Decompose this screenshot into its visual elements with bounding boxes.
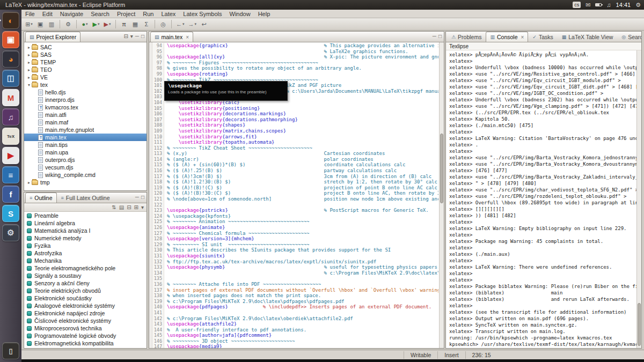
print-button[interactable]: ▥ [46, 19, 57, 29]
menu-latex-symbols[interactable]: Latex Symbols [179, 11, 225, 17]
outline-tab-full-latex-outline[interactable]: ≡Full Latex Outline [57, 193, 114, 203]
collapsed-arrow-icon[interactable]: ▸ [26, 53, 32, 57]
launcher-gmail[interactable]: M [2, 89, 19, 106]
tree-item-main-upa[interactable]: main.upa [24, 149, 147, 156]
tree-item-main-tex[interactable]: main.tex [24, 134, 147, 141]
tree-item-sac[interactable]: ▸SAC [24, 43, 147, 51]
tree-item-temp[interactable]: ▸TEMP [24, 58, 147, 66]
close-icon[interactable]: × [521, 34, 524, 40]
maximize-button[interactable]: □ [438, 34, 442, 39]
menu-project[interactable]: Project [113, 11, 139, 17]
tree-item-teo[interactable]: ▸TEO [24, 66, 147, 73]
tree-item-outerpro-djs[interactable]: outerpro.djs [24, 156, 147, 164]
menu-help[interactable]: Help [254, 11, 274, 17]
outline-item-line-rn-algebra[interactable]: Lineární algebra [24, 219, 147, 227]
outline-item-matematick-anal-za-i[interactable]: Matematická analýza I [24, 227, 147, 234]
menu-latex[interactable]: Latex [157, 11, 179, 17]
launcher-skype[interactable]: S [2, 205, 19, 222]
forward-button[interactable]: →▾ [187, 19, 199, 29]
debug-button[interactable]: ●▾ [79, 19, 90, 29]
outline-item-sign-ly-a-soustavy[interactable]: Signály a soustavy [24, 272, 147, 279]
outline-tab-outline[interactable]: ≡Outline [25, 193, 57, 203]
maximize-button[interactable]: □ [141, 34, 144, 39]
menu-search[interactable]: Search [87, 11, 113, 17]
menu-run[interactable]: Run [139, 11, 157, 17]
outline-item-mechanika[interactable]: Mechanika [24, 257, 147, 264]
launcher-media-player[interactable]: ♫ [2, 108, 19, 125]
menu-file[interactable]: File [21, 11, 39, 17]
minimize-button[interactable]: ─ [135, 195, 139, 200]
tree-item-main-maf[interactable]: main.maf [24, 119, 147, 126]
outline-item-elektromagnetick-kompatibilita[interactable]: Elektromagnetická kompatibilita [24, 339, 147, 347]
clock[interactable]: 14:41 [616, 2, 631, 8]
launcher-texworks[interactable]: TeX [2, 128, 19, 145]
tree-item-vecsum-djs[interactable]: vecsum.djs [24, 164, 147, 171]
tree-item-innerpro-djs[interactable]: innerpro.djs [24, 96, 147, 104]
outline-item-analogov-elektronick-syst-my[interactable]: Analogové elektronické systémy [24, 302, 147, 309]
tree-item-kvmacros-tex[interactable]: kvmacros.tex [24, 104, 147, 111]
run-button[interactable]: ▶▾ [91, 19, 101, 29]
outline-item-senzory-a-ak-n-leny[interactable]: Senzory a akční členy [24, 279, 147, 287]
view-menu-button[interactable]: ▾ [130, 34, 133, 39]
menu-window[interactable]: Window [226, 11, 254, 17]
outline-item-preamble[interactable]: Preamble [24, 212, 147, 219]
external-tools-button[interactable]: ▶▾ [102, 19, 113, 29]
project-explorer-tree[interactable]: ▸SAC▸SAS▸TEMP▸TEO▸VE▾texhello.djsinnerpr… [24, 42, 147, 186]
collapsed-arrow-icon[interactable]: ▸ [26, 75, 32, 80]
editor-tab-main-tex[interactable]: ▤main.tex× [150, 32, 193, 42]
expand-all-button[interactable]: ⊞ [134, 205, 138, 210]
view-tab-search[interactable]: ◎Search [617, 32, 641, 42]
view-menu-button[interactable]: ▾ [141, 205, 144, 210]
collapsed-arrow-icon[interactable]: ▸ [26, 60, 32, 65]
tree-item-main-myfce-gnuplot[interactable]: main.myfce.gnuplot [24, 126, 147, 134]
collapsed-arrow-icon[interactable]: ▸ [26, 45, 32, 50]
console-scrollbar[interactable] [636, 50, 641, 348]
session-menu-icon[interactable]: ⚙ [635, 2, 641, 9]
tree-item-ve[interactable]: ▸VE [24, 73, 147, 81]
tree-item-main-tips[interactable]: main.tips [24, 141, 147, 149]
minimize-button[interactable]: ─ [433, 34, 436, 39]
filter-button[interactable]: ▤ [119, 205, 124, 210]
outline-item-teorie-elektromagnetick-ho-pole[interactable]: Teorie elektromagnetického pole [24, 264, 147, 272]
launcher-eclipse[interactable]: ◐ [2, 12, 19, 29]
tree-item-sas[interactable]: ▸SAS [24, 51, 147, 58]
new-wizard-button[interactable]: ⊞▾ [24, 19, 34, 29]
console-output[interactable]: xelatex> pÅ□epÃ­nÃ¡ÄovÃ© ÄipiÄ□ky pÅ□i v… [446, 50, 641, 348]
expanded-arrow-icon[interactable]: ▾ [26, 83, 32, 87]
collapsed-arrow-icon[interactable]: ▸ [26, 68, 32, 72]
back-button[interactable]: ←▾ [174, 19, 186, 29]
close-icon[interactable]: × [186, 34, 189, 40]
tree-item-main-atfi[interactable]: main.atfi [24, 111, 147, 119]
latex-build-button[interactable]: π [119, 19, 129, 29]
search-button[interactable]: ◎ [158, 19, 169, 29]
sort-button[interactable]: ⇅ [112, 205, 116, 210]
launcher-settings[interactable]: ⚙ [2, 224, 19, 241]
maximize-button[interactable]: □ [141, 195, 144, 200]
view-tab-console[interactable]: ▥Console× [486, 32, 528, 42]
save-button[interactable]: ▣ [35, 19, 46, 29]
launcher-facebook[interactable]: f [2, 186, 19, 203]
table-view-button[interactable]: ▦ [130, 19, 141, 29]
launcher-software-center[interactable]: ▣ [2, 31, 19, 48]
view-tab-tasks[interactable]: ✓Tasks [528, 32, 557, 42]
explorer-tab-project-explorer[interactable]: ▤Project Explorer [25, 32, 80, 42]
outline-item-elektronick-sou-stky[interactable]: Elektronické součástky [24, 294, 147, 302]
minimize-button[interactable]: ─ [135, 34, 139, 39]
menu-edit[interactable]: Edit [39, 11, 56, 17]
outline-item-numerick-metody[interactable]: Numerické metody [24, 234, 147, 242]
outline-item-programovateln-logick-obvody[interactable]: Programovatelné logické obvody [24, 332, 147, 339]
view-tab-latex-table-view[interactable]: ▦LaTeX Table View [558, 32, 618, 42]
tree-item-hello-djs[interactable]: hello.djs [24, 88, 147, 96]
battery-icon[interactable] [595, 3, 602, 6]
last-edit-location-button[interactable]: ↩ [199, 19, 209, 29]
menu-navigate[interactable]: Navigate [56, 11, 87, 17]
outline-item-mikroprocesorov-technika[interactable]: Mikroprocesorová technika [24, 324, 147, 332]
build-project-button[interactable]: ⚙ [63, 19, 74, 29]
collapse-all-button[interactable]: ⊟ [127, 205, 131, 210]
outline-item-elektronick-nap-jec-zdroje[interactable]: Elektronické napájecí zdroje [24, 309, 147, 317]
outline-item-teorie-elektrick-ch-obvod[interactable]: Teorie elektrických obvodů [24, 287, 147, 294]
keyboard-layout-indicator[interactable]: cs [573, 2, 581, 8]
tree-item-wiking-compile-cmd[interactable]: wiking_compile.cmd [24, 171, 147, 179]
outline-item-slicov-elektronick-syst-my[interactable]: Číslicové elektronické systémy [24, 317, 147, 324]
code-editor[interactable]: 94\usepackage{graphicx} % This package p… [149, 42, 444, 348]
